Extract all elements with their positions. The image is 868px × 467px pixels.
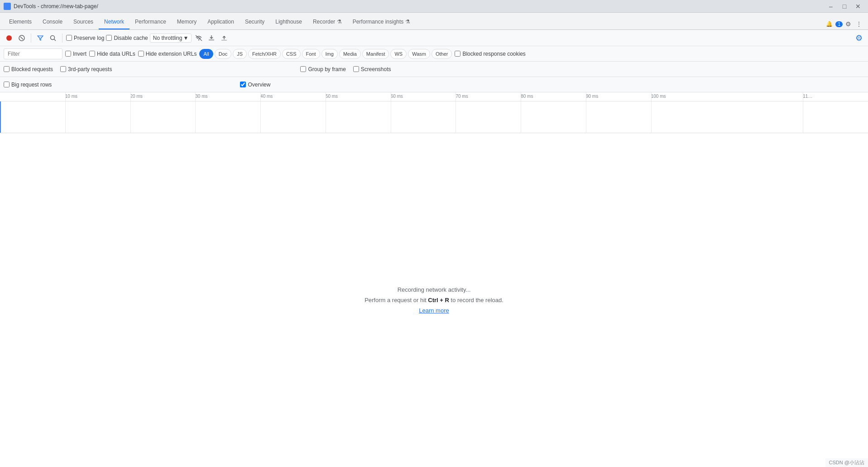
ruler-tick-80-ms: 80 ms	[521, 94, 533, 99]
tab-performance-insights[interactable]: Performance insights ⚗	[347, 15, 416, 29]
type-btn-all[interactable]: All	[199, 49, 213, 59]
screenshots-label[interactable]: Screenshots	[353, 66, 391, 72]
timeline-col-line	[195, 101, 196, 133]
blocked-requests-checkbox[interactable]	[4, 66, 10, 72]
import-button[interactable]	[206, 33, 217, 43]
tab-network[interactable]: Network	[99, 15, 129, 29]
type-btn-doc[interactable]: Doc	[215, 49, 232, 59]
type-btn-other[interactable]: Other	[432, 49, 452, 59]
timeline-col-line	[326, 101, 326, 133]
instruction-text: Perform a request or hit Ctrl + R to rec…	[364, 297, 504, 303]
tab-memory[interactable]: Memory	[172, 15, 202, 29]
type-btn-media[interactable]: Media	[339, 49, 361, 59]
tab-bar-right: 🔔 1 ⚙ ⋮	[826, 19, 864, 29]
invert-checkbox[interactable]	[65, 51, 71, 57]
blocked-response-cookies-checkbox[interactable]	[455, 51, 460, 57]
title-bar-controls: – □ ✕	[825, 0, 864, 13]
hide-data-urls-label[interactable]: Hide data URLs	[89, 51, 135, 57]
tab-elements[interactable]: Elements	[4, 15, 37, 29]
notifications-badge[interactable]: 🔔 1	[826, 21, 843, 27]
big-request-rows-label[interactable]: Big request rows	[4, 82, 52, 88]
hide-extension-urls-label[interactable]: Hide extension URLs	[138, 51, 197, 57]
divider-2	[62, 34, 62, 43]
hide-data-urls-checkbox[interactable]	[89, 51, 95, 57]
options-row2-left: Big request rows	[4, 82, 52, 88]
timeline-col-line	[803, 101, 803, 133]
timeline-col-line	[391, 101, 391, 133]
devtools-more-button[interactable]: ⋮	[854, 19, 864, 29]
blocked-requests-label[interactable]: Blocked requests	[4, 66, 53, 72]
ruler-line	[391, 92, 391, 101]
tab-sources[interactable]: Sources	[68, 15, 99, 29]
ruler-line	[586, 92, 586, 101]
type-buttons-group: AllDocJSFetch/XHRCSSFontImgMediaManifest…	[199, 49, 452, 59]
minimize-button[interactable]: –	[825, 0, 837, 13]
options-row-1: Blocked requests 3rd-party requests Grou…	[0, 62, 868, 77]
type-btn-font[interactable]: Font	[302, 49, 320, 59]
svg-point-3	[51, 35, 55, 39]
tab-lighthouse[interactable]: Lighthouse	[270, 15, 307, 29]
overview-label[interactable]: Overview	[240, 82, 270, 88]
ruler-tick-11…: 11…	[803, 94, 812, 99]
main-content: Recording network activity... Perform a …	[0, 133, 868, 467]
clear-button[interactable]	[16, 33, 27, 43]
ruler-tick-20-ms: 20 ms	[130, 94, 143, 99]
overview-checkbox[interactable]	[240, 82, 246, 87]
tab-security[interactable]: Security	[240, 15, 270, 29]
type-btn-ws[interactable]: WS	[390, 49, 407, 59]
preserve-log-label[interactable]: Preserve log	[66, 35, 104, 41]
group-by-frame-checkbox[interactable]	[300, 66, 306, 72]
type-btn-manifest[interactable]: Manifest	[362, 49, 389, 59]
stop-recording-button[interactable]	[4, 33, 14, 43]
ruler-tick-70-ms: 70 ms	[456, 94, 468, 99]
svg-rect-7	[209, 39, 214, 40]
ruler-line	[65, 92, 66, 101]
learn-more-link[interactable]: Learn more	[419, 307, 449, 314]
invert-label[interactable]: Invert	[65, 51, 86, 57]
svg-rect-8	[209, 40, 214, 41]
type-btn-js[interactable]: JS	[233, 49, 247, 59]
disable-cache-label[interactable]: Disable cache	[106, 35, 148, 41]
type-btn-img[interactable]: Img	[321, 49, 338, 59]
preserve-log-checkbox[interactable]	[66, 35, 72, 41]
tab-performance[interactable]: Performance	[129, 15, 172, 29]
blocked-response-cookies-label[interactable]: Blocked response cookies	[455, 51, 525, 57]
ruler-line	[130, 92, 131, 101]
hide-extension-urls-checkbox[interactable]	[138, 51, 144, 57]
network-settings-button[interactable]: ⚙	[854, 33, 864, 43]
ruler-line	[260, 92, 261, 101]
ruler-tick-50-ms: 50 ms	[326, 94, 338, 99]
type-btn-wasm[interactable]: Wasm	[408, 49, 430, 59]
ruler-line	[326, 92, 326, 101]
tab-application[interactable]: Application	[202, 15, 240, 29]
screenshots-checkbox[interactable]	[353, 66, 359, 72]
filter-input[interactable]	[4, 48, 62, 59]
tab-console[interactable]: Console	[37, 15, 68, 29]
throttle-select[interactable]: No throttling ▼	[150, 34, 192, 43]
window-title: DevTools - chrome://new-tab-page/	[14, 3, 98, 10]
group-by-frame-label[interactable]: Group by frame	[300, 66, 345, 72]
big-request-rows-checkbox[interactable]	[4, 82, 10, 87]
timeline-col-line	[651, 101, 652, 133]
type-btn-fetch-xhr[interactable]: Fetch/XHR	[248, 49, 281, 59]
search-icon-button[interactable]	[48, 33, 58, 43]
third-party-requests-label[interactable]: 3rd-party requests	[60, 66, 112, 72]
filter-icon-button[interactable]	[35, 33, 46, 43]
devtools-settings-button[interactable]: ⚙	[843, 19, 854, 29]
timeline-playhead	[0, 101, 1, 133]
disable-cache-checkbox[interactable]	[106, 35, 112, 41]
tab-recorder[interactable]: Recorder ⚗	[307, 15, 347, 29]
third-party-requests-checkbox[interactable]	[60, 66, 66, 72]
favicon-icon	[4, 3, 11, 10]
ruler-tick-30-ms: 30 ms	[195, 94, 207, 99]
ruler-tick-90-ms: 90 ms	[586, 94, 598, 99]
maximize-button[interactable]: □	[838, 0, 851, 13]
ruler-tick-60-ms: 60 ms	[391, 94, 403, 99]
ruler-tick-100-ms: 100 ms	[651, 94, 666, 99]
export-button[interactable]	[219, 33, 230, 43]
svg-line-2	[20, 37, 23, 39]
type-btn-css[interactable]: CSS	[282, 49, 301, 59]
offline-icon[interactable]	[193, 33, 204, 43]
options-row-2: Big request rows Overview	[0, 77, 868, 92]
close-button[interactable]: ✕	[852, 0, 864, 13]
